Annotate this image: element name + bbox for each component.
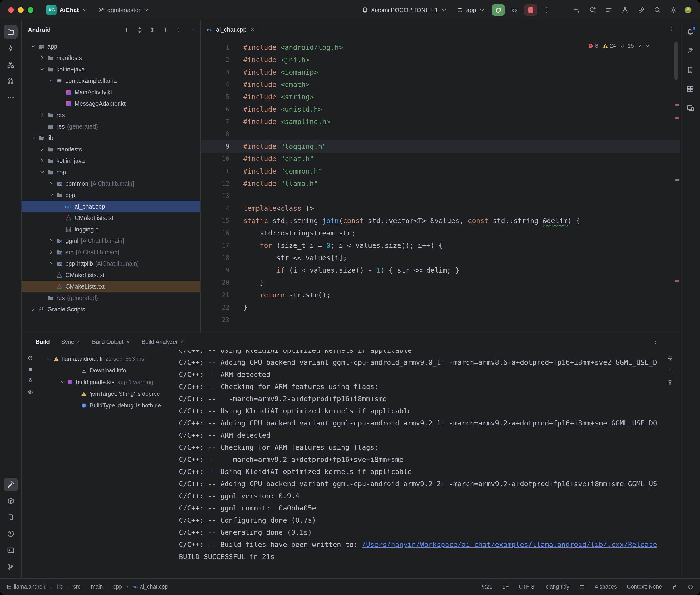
locate-file-icon[interactable] xyxy=(137,27,143,33)
breadcrumb-ai-chat-cpp[interactable]: C++ai_chat.cpp xyxy=(133,584,168,590)
error-stripe-mark[interactable] xyxy=(675,117,679,119)
hide-icon[interactable] xyxy=(666,339,672,345)
tree-item-messageadapter-kt[interactable]: MessageAdapter.kt xyxy=(22,98,200,109)
expand-all-icon[interactable] xyxy=(149,27,156,33)
tree-item-ggml[interactable]: ggml[AiChat.lib.main] xyxy=(22,235,200,247)
device-manager-button[interactable] xyxy=(683,63,697,77)
close-tab-icon[interactable] xyxy=(126,340,130,344)
stop-build-icon[interactable] xyxy=(27,366,33,372)
chevron-down-icon[interactable] xyxy=(45,357,53,361)
build-console[interactable]: C/C++: -- Using KleidiAI optimized kerne… xyxy=(172,350,660,578)
project-button[interactable] xyxy=(4,25,18,39)
tree-item-gradle-scripts[interactable]: Gradle Scripts xyxy=(22,304,200,315)
chevron-right-icon[interactable] xyxy=(38,55,47,60)
chevron-right-icon[interactable] xyxy=(38,147,47,152)
tree-item-res[interactable]: res(generated) xyxy=(22,121,200,132)
chevron-right-icon[interactable] xyxy=(47,261,56,266)
breadcrumb-cpp[interactable]: cpp xyxy=(113,584,122,590)
tree-item-com-example-llama[interactable]: com.example.llama xyxy=(22,75,200,86)
close-window-button[interactable] xyxy=(8,7,14,13)
errors-count[interactable]: 3 xyxy=(588,42,598,49)
options-icon[interactable] xyxy=(652,339,659,345)
build-tab-build-output[interactable]: Build Output xyxy=(86,333,136,350)
status-encoding[interactable]: UTF-8 xyxy=(519,584,534,590)
tree-item-cmakelists-txt[interactable]: CMakeLists.txt xyxy=(22,281,200,292)
error-stripe-mark[interactable] xyxy=(675,280,679,282)
settings-button[interactable] xyxy=(667,4,680,16)
editor-options-icon[interactable] xyxy=(668,26,674,32)
rerun-button[interactable] xyxy=(492,4,505,16)
scroll-to-end-icon[interactable] xyxy=(667,367,673,373)
build-event-jvmtarget-string-is-deprec[interactable]: 'jvmTarget: String' is deprec xyxy=(39,388,172,399)
debug-button[interactable] xyxy=(508,4,521,16)
pull-requests-button[interactable] xyxy=(4,74,18,88)
build-button[interactable] xyxy=(4,478,18,491)
close-tab-icon[interactable] xyxy=(249,27,256,33)
tree-item-kotlin-java[interactable]: kotlin+java xyxy=(22,155,200,166)
terminal-button[interactable] xyxy=(4,543,18,557)
minimize-window-button[interactable] xyxy=(18,7,24,13)
add-icon[interactable] xyxy=(123,27,130,33)
device-selector[interactable]: Xiaomi POCOPHONE F1 xyxy=(359,5,450,16)
tree-item-res[interactable]: res(generated) xyxy=(22,292,200,304)
running-devices-button[interactable] xyxy=(683,101,697,115)
packages-button[interactable] xyxy=(4,494,18,508)
tree-item-res[interactable]: res xyxy=(22,109,200,121)
search-ai-button[interactable] xyxy=(586,4,599,16)
collapse-all-icon[interactable] xyxy=(162,27,168,33)
vcs-branch-widget[interactable]: ggml-master xyxy=(95,5,153,16)
task-list-button[interactable] xyxy=(603,4,615,16)
ai-assistant-button[interactable] xyxy=(570,4,583,16)
tree-item-common[interactable]: common[AiChat.lib.main] xyxy=(22,178,200,189)
status-line-separator[interactable]: LF xyxy=(502,584,509,590)
chevron-right-icon[interactable] xyxy=(29,307,37,312)
close-tab-icon[interactable] xyxy=(76,340,81,344)
build-tab-build-analyzer[interactable]: Build Analyzer xyxy=(136,333,190,350)
console-link[interactable]: /Users/hanyin/Workspace/ai-chat/examples… xyxy=(362,540,657,548)
previous-problem-icon[interactable] xyxy=(638,43,643,49)
commit-button[interactable] xyxy=(4,41,18,55)
problems-button[interactable] xyxy=(4,527,18,541)
status-indent[interactable]: 4 spaces xyxy=(595,584,617,590)
chevron-down-icon[interactable] xyxy=(38,67,47,72)
next-problem-icon[interactable] xyxy=(645,43,650,49)
notifications-button[interactable] xyxy=(683,25,697,39)
soft-wrap-icon[interactable] xyxy=(667,355,673,362)
device-explorer-button[interactable] xyxy=(4,510,18,524)
build-event-buildtype-debug-is-both-de[interactable]: BuildType 'debug' is both de xyxy=(39,399,172,411)
tree-item-mainactivity-kt[interactable]: MainActivity.kt xyxy=(22,86,200,98)
chevron-down-icon[interactable] xyxy=(29,44,37,49)
chevron-down-icon[interactable] xyxy=(47,78,56,83)
editor-scrollbar[interactable] xyxy=(674,42,678,80)
tree-item-manifests[interactable]: manifests xyxy=(22,144,200,155)
pin-icon[interactable] xyxy=(27,378,33,384)
more-actions-button[interactable] xyxy=(540,4,553,16)
hide-icon[interactable] xyxy=(188,27,194,33)
chevron-down-icon[interactable] xyxy=(29,135,37,140)
options-icon[interactable] xyxy=(175,27,181,33)
tree-item-cpp[interactable]: cpp xyxy=(22,166,200,178)
tree-item-app[interactable]: app xyxy=(22,41,200,52)
formatter-icon[interactable] xyxy=(579,584,585,590)
tree-item-kotlin-java[interactable]: kotlin+java xyxy=(22,63,200,75)
chevron-down-icon[interactable] xyxy=(47,192,56,198)
user-avatar-button[interactable] xyxy=(683,5,693,15)
status-clang-tidy[interactable]: .clang-tidy xyxy=(544,584,569,590)
search-button[interactable] xyxy=(651,4,664,16)
experiments-button[interactable] xyxy=(619,4,632,16)
editor-tab-ai-chat-cpp[interactable]: C++ ai_chat.cpp xyxy=(201,21,262,39)
breadcrumb-llama-android[interactable]: llama.android xyxy=(7,584,47,590)
build-tab-sync[interactable]: Sync xyxy=(56,333,86,350)
error-stripe-mark[interactable] xyxy=(675,104,679,106)
code-editor[interactable]: 1#include <android/log.h>2#include <jni.… xyxy=(201,39,680,333)
build-event-download-info[interactable]: Download info xyxy=(39,365,172,376)
tree-item-ai-chat-cpp[interactable]: C++ai_chat.cpp xyxy=(22,201,200,212)
tree-item-cmakelists-txt[interactable]: CMakeLists.txt xyxy=(22,212,200,224)
chevron-down-icon[interactable] xyxy=(59,380,66,385)
project-widget[interactable]: AC AiChat xyxy=(43,3,91,17)
chevron-right-icon[interactable] xyxy=(38,158,47,163)
build-event-build-gradle-kts[interactable]: build.gradle.ktsapp 1 warning xyxy=(39,376,172,388)
chevron-right-icon[interactable] xyxy=(47,181,56,186)
build-event-llama-android-fi[interactable]: llama.android: fi22 sec, 583 ms xyxy=(39,353,172,365)
change-stripe-mark[interactable] xyxy=(675,179,679,181)
